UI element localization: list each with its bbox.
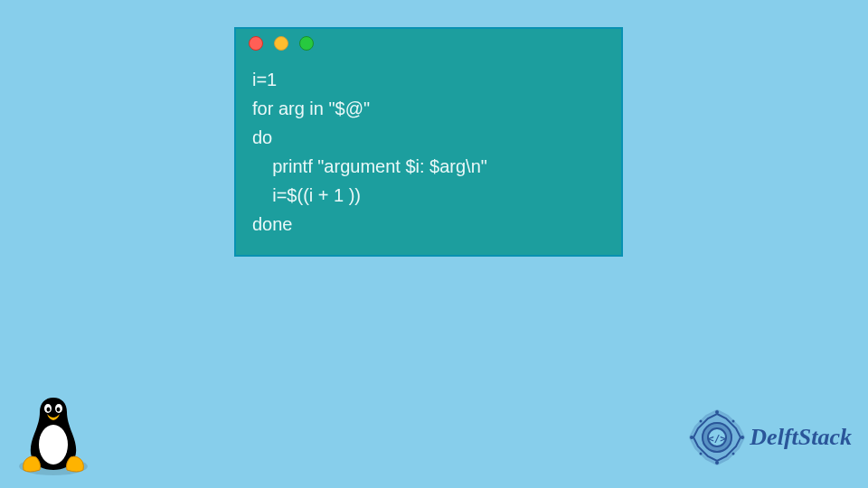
delftstack-logo-icon: </>: [688, 408, 746, 466]
svg-point-1: [39, 425, 68, 465]
tux-logo-icon: [13, 387, 94, 477]
code-line: do: [252, 123, 605, 152]
code-line: for arg in "$@": [252, 94, 605, 123]
svg-point-14: [715, 461, 719, 465]
terminal-window: i=1 for arg in "$@" do printf "argument …: [234, 27, 623, 257]
title-bar: [236, 29, 621, 58]
svg-point-15: [690, 436, 693, 439]
brand-footer: </> DelftStack: [688, 408, 852, 466]
svg-point-16: [732, 420, 735, 423]
brand-name: DelftStack: [750, 424, 852, 451]
code-line: i=1: [252, 65, 605, 94]
svg-point-13: [741, 436, 744, 439]
maximize-icon: [299, 36, 314, 51]
svg-point-18: [700, 453, 703, 455]
svg-point-5: [57, 408, 61, 412]
svg-point-17: [732, 453, 735, 455]
code-line: printf "argument $i: $arg\n": [252, 152, 605, 181]
code-line: i=$((i + 1 )): [252, 181, 605, 210]
svg-point-19: [700, 420, 703, 423]
svg-point-4: [47, 408, 51, 412]
minimize-icon: [274, 36, 288, 51]
svg-text:</>: </>: [708, 433, 726, 445]
code-line: done: [252, 210, 605, 239]
svg-point-12: [715, 410, 719, 414]
close-icon: [249, 36, 263, 51]
code-block: i=1 for arg in "$@" do printf "argument …: [236, 58, 621, 255]
